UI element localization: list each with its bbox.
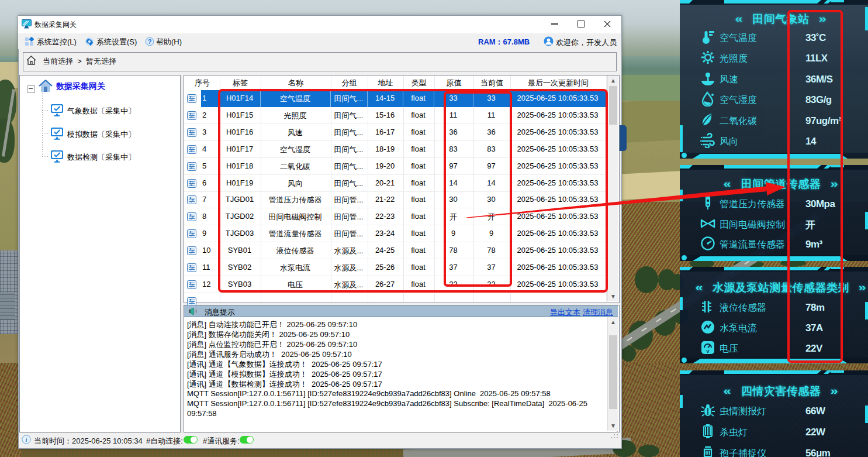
- svg-text:?: ?: [148, 38, 152, 45]
- svg-text:V: V: [706, 349, 710, 354]
